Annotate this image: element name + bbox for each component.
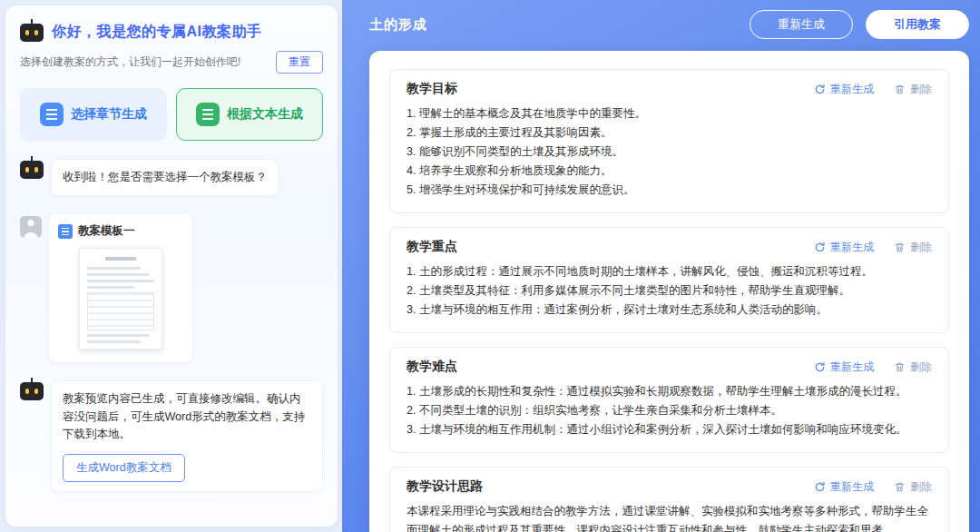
section-title: 教学设计思路 — [407, 478, 483, 495]
key-point-item: 3. 土壤与环境的相互作用：通过案例分析，探讨土壤对生态系统和人类活动的影响。 — [407, 300, 932, 320]
section-teaching-key-points: 教学重点 重新生成 删除 1. 土的形成过程：通过展示不同地质时期的土壤样本，讲… — [389, 227, 949, 333]
refresh-icon — [814, 481, 826, 493]
section-delete-button[interactable]: 删除 — [894, 82, 932, 97]
objective-item: 1. 理解土的基本概念及其在地质学中的重要性。 — [407, 104, 932, 123]
template-preview-thumbnail[interactable] — [79, 248, 162, 350]
difficulty-item: 1. 土壤形成的长期性和复杂性：通过模拟实验和长期观察数据，帮助学生理解土壤形成… — [407, 382, 932, 401]
difficulty-item: 2. 不同类型土壤的识别：组织实地考察，让学生亲自采集和分析土壤样本。 — [407, 401, 932, 420]
document-icon — [196, 103, 220, 126]
difficulty-item: 3. 土壤与环境的相互作用机制：通过小组讨论和案例分析，深入探讨土壤如何影响和响… — [407, 420, 932, 439]
section-regenerate-button[interactable]: 重新生成 — [814, 82, 874, 97]
robot-avatar — [20, 382, 44, 400]
objective-item: 3. 能够识别不同类型的土壤及其形成环境。 — [407, 143, 932, 162]
key-point-item: 2. 土壤类型及其特征：利用多媒体展示不同土壤类型的图片和特性，帮助学生直观理解… — [407, 281, 932, 300]
section-regenerate-button[interactable]: 重新生成 — [814, 360, 874, 375]
assistant-message-row: 教案预览内容已生成，可直接修改编辑。确认内容没问题后，可生成Word形式的教案文… — [20, 380, 323, 491]
section-title: 教学目标 — [407, 81, 457, 97]
reset-button[interactable]: 重置 — [276, 51, 323, 74]
section-delete-button[interactable]: 删除 — [894, 360, 932, 375]
option-text-label: 根据文本生成 — [227, 106, 303, 123]
trash-icon — [894, 361, 906, 373]
option-chapter-generate[interactable]: 选择章节生成 — [20, 88, 167, 141]
assistant-message-row: 收到啦！您是否需要选择一个教案模板？ — [20, 159, 323, 196]
regenerate-all-button[interactable]: 重新生成 — [750, 10, 853, 39]
key-point-item: 1. 土的形成过程：通过展示不同地质时期的土壤样本，讲解风化、侵蚀、搬运和沉积等… — [407, 262, 932, 281]
objective-item: 2. 掌握土形成的主要过程及其影响因素。 — [407, 123, 932, 143]
cite-lesson-plan-button[interactable]: 引用教案 — [866, 10, 969, 39]
section-title: 教学难点 — [407, 359, 457, 375]
assistant-subtitle: 选择创建教案的方式，让我们一起开始创作吧! — [20, 54, 240, 70]
lesson-plan-header: 土的形成 重新生成 引用教案 — [369, 10, 969, 39]
section-regenerate-button[interactable]: 重新生成 — [814, 479, 874, 495]
section-delete-button[interactable]: 删除 — [894, 240, 932, 255]
assistant-panel: 你好，我是您的专属AI教案助手 选择创建教案的方式，让我们一起开始创作吧! 重置… — [5, 5, 338, 527]
section-teaching-difficulties: 教学难点 重新生成 删除 1. 土壤形成的长期性和复杂性：通过模拟实验和长期观察… — [389, 347, 949, 453]
lesson-plan-panel: 土的形成 重新生成 引用教案 教学目标 重新生成 删除 — [342, 0, 980, 532]
section-body: 1. 土的形成过程：通过展示不同地质时期的土壤样本，讲解风化、侵蚀、搬运和沉积等… — [407, 262, 932, 320]
design-approach-paragraph: 本课程采用理论与实践相结合的教学方法，通过课堂讲解、实验模拟和实地考察等多种形式… — [407, 502, 932, 532]
user-message-row: 教案模板一 — [20, 214, 323, 362]
lesson-title: 土的形成 — [369, 16, 427, 34]
refresh-icon — [814, 361, 826, 373]
refresh-icon — [814, 84, 826, 95]
trash-icon — [894, 241, 906, 253]
trash-icon — [894, 84, 906, 95]
section-regenerate-button[interactable]: 重新生成 — [814, 240, 874, 255]
section-teaching-design-approach: 教学设计思路 重新生成 删除 本课程采用理论与实践相结合的教学方法，通过课堂讲解… — [389, 467, 949, 532]
document-icon — [40, 103, 64, 126]
assistant-title: 你好，我是您的专属AI教案助手 — [52, 23, 262, 42]
user-avatar — [20, 216, 42, 238]
section-title: 教学重点 — [407, 239, 457, 255]
section-body: 1. 理解土的基本概念及其在地质学中的重要性。 2. 掌握土形成的主要过程及其影… — [407, 104, 932, 200]
robot-icon — [20, 24, 44, 42]
template-card-title: 教案模板一 — [78, 223, 135, 239]
refresh-icon — [814, 241, 826, 253]
section-body: 本课程采用理论与实践相结合的教学方法，通过课堂讲解、实验模拟和实地考察等多种形式… — [407, 502, 932, 532]
document-icon — [58, 224, 73, 239]
option-chapter-label: 选择章节生成 — [71, 106, 147, 123]
section-body: 1. 土壤形成的长期性和复杂性：通过模拟实验和长期观察数据，帮助学生理解土壤形成… — [407, 382, 932, 439]
section-teaching-objectives: 教学目标 重新生成 删除 1. 理解土的基本概念及其在地质学中的重要性。 2. … — [389, 69, 949, 213]
generate-word-doc-button[interactable]: 生成Word教案文档 — [63, 454, 185, 482]
objective-item: 4. 培养学生观察和分析地质现象的能力。 — [407, 162, 932, 181]
option-text-generate[interactable]: 根据文本生成 — [176, 88, 323, 141]
lesson-plan-content-card: 教学目标 重新生成 删除 1. 理解土的基本概念及其在地质学中的重要性。 2. … — [369, 51, 969, 532]
template-card[interactable]: 教案模板一 — [49, 214, 192, 362]
objective-item: 5. 增强学生对环境保护和可持续发展的意识。 — [407, 181, 932, 200]
assistant-bubble-final: 教案预览内容已生成，可直接修改编辑。确认内容没问题后，可生成Word形式的教案文… — [51, 380, 323, 491]
assistant-final-text: 教案预览内容已生成，可直接修改编辑。确认内容没问题后，可生成Word形式的教案文… — [63, 392, 305, 440]
assistant-bubble-template-prompt: 收到啦！您是否需要选择一个教案模板？ — [51, 159, 279, 196]
assistant-header: 你好，我是您的专属AI教案助手 — [20, 22, 323, 42]
generation-options: 选择章节生成 根据文本生成 — [20, 88, 323, 141]
section-delete-button[interactable]: 删除 — [894, 479, 932, 495]
trash-icon — [894, 481, 906, 493]
robot-avatar — [20, 161, 44, 179]
